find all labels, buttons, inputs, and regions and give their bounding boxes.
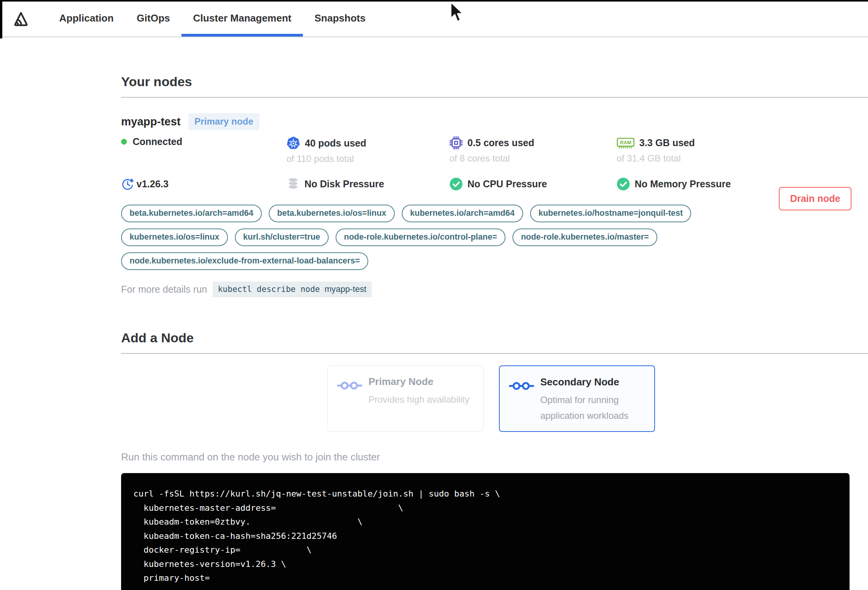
node-label-pill: kubernetes.io/os=linux [121, 228, 228, 246]
cpu-icon [449, 136, 463, 150]
memory-stat: RAM 3.3 GB used of 31.4 GB total [617, 136, 861, 164]
section-divider [121, 97, 868, 98]
node-link-icon [337, 380, 362, 422]
node-name: myapp-test [121, 115, 181, 128]
cores-stat: 0.5 cores used of 8 cores total [449, 136, 617, 164]
join-command-terminal: curl -fsSL https://kurl.sh/jq-new-test-u… [121, 473, 850, 590]
node-label-pill: kubernetes.io/arch=amd64 [402, 205, 523, 222]
database-icon [286, 177, 300, 191]
primary-node-badge: Primary node [188, 113, 259, 130]
node-details-hint: For more details run kubectl describe no… [121, 282, 861, 297]
main-content: Your nodes myapp-test Primary node Conne… [0, 74, 868, 590]
terminal-line: kubernetes-version=v1.26.3 \ [133, 557, 842, 572]
pods-total-label: of 110 pods total [286, 153, 449, 164]
cpu-pressure-label: No CPU Pressure [467, 178, 547, 190]
node-label-pill: node-role.kubernetes.io/control-plane= [336, 228, 506, 246]
section-divider [121, 353, 868, 354]
terminal-line: curl -fsSL https://kurl.sh/jq-new-test-u… [133, 487, 842, 501]
your-nodes-title: Your nodes [121, 74, 861, 89]
primary-node-option[interactable]: Primary Node Provides high availability [328, 365, 484, 432]
pods-stat: 40 pods used of 110 pods total [286, 136, 449, 164]
cluster-management-page: Application GitOps Cluster Management Sn… [0, 0, 868, 590]
node-status-label: Connected [133, 136, 182, 147]
disk-pressure-label: No Disk Pressure [304, 178, 384, 190]
cpu-pressure-condition: No CPU Pressure [449, 177, 617, 191]
node-label-pill: node.kubernetes.io/exclude-from-external… [121, 252, 368, 270]
add-node-title: Add a Node [121, 330, 861, 345]
node-version-label: v1.26.3 [136, 178, 168, 190]
version-history-icon [121, 177, 135, 191]
ram-icon: RAM [617, 136, 635, 150]
memory-used-label: 3.3 GB used [639, 137, 695, 148]
node-label-pill: beta.kubernetes.io/os=linux [269, 205, 395, 222]
primary-node-option-desc: Provides high availability [369, 392, 470, 407]
details-hint-text: For more details run [121, 284, 207, 295]
top-nav: Application GitOps Cluster Management Sn… [0, 0, 868, 37]
kubectl-command-text: kubectl describe node [218, 285, 320, 294]
terminal-line: kubeadm-token-ca-hash=sha256:221d25746 [133, 529, 842, 543]
cores-total-label: of 8 cores total [449, 153, 617, 164]
node-version: v1.26.3 [121, 177, 286, 191]
cores-used-label: 0.5 cores used [467, 137, 534, 148]
node-label-pill: kurl.sh/cluster=true [235, 228, 329, 246]
node-label-pill: node-role.kubernetes.io/master= [512, 228, 657, 246]
node-labels-row: beta.kubernetes.io/arch=amd64 beta.kuber… [121, 205, 861, 270]
kubernetes-icon [286, 136, 300, 150]
tab-snapshots[interactable]: Snapshots [303, 0, 377, 37]
node-status: Connected [121, 136, 286, 147]
node-type-options: Primary Node Provides high availability … [121, 365, 861, 432]
drain-node-button[interactable]: Drain node [779, 187, 851, 210]
terminal-line: docker-registry-ip= \ [133, 543, 842, 557]
tab-cluster-management[interactable]: Cluster Management [181, 0, 303, 37]
node-label-pill: beta.kubernetes.io/arch=amd64 [121, 205, 262, 222]
replicated-logo-icon[interactable] [12, 9, 30, 28]
screenshot-left-edge [0, 0, 2, 38]
kubectl-command-chip: kubectl describe node myapp-test [213, 282, 372, 297]
check-circle-icon [449, 177, 463, 191]
memory-pressure-label: No Memory Pressure [635, 178, 731, 190]
screenshot-top-edge [0, 0, 868, 2]
node-stats-row-1: Connected [121, 136, 861, 164]
secondary-node-option[interactable]: Secondary Node Optimal for running appli… [499, 365, 655, 432]
connected-dot-icon [121, 139, 127, 145]
kubectl-node-name: myapp-test [324, 284, 366, 294]
node-header-row: myapp-test Primary node [121, 113, 861, 130]
nav-tabs: Application GitOps Cluster Management Sn… [48, 0, 377, 37]
memory-total-label: of 31.4 GB total [617, 153, 861, 164]
svg-text:RAM: RAM [620, 140, 631, 145]
node-labels: beta.kubernetes.io/arch=amd64 beta.kuber… [121, 205, 775, 270]
tab-gitops[interactable]: GitOps [125, 0, 182, 37]
check-circle-icon [617, 177, 630, 191]
tab-application[interactable]: Application [48, 0, 125, 37]
secondary-node-option-desc: Optimal for running application workload… [540, 392, 645, 424]
node-link-icon [509, 381, 534, 421]
terminal-line: kubernetes-master-address= \ [133, 501, 842, 515]
secondary-node-option-title: Secondary Node [540, 376, 645, 388]
primary-node-option-title: Primary Node [369, 376, 470, 388]
pods-used-label: 40 pods used [305, 138, 366, 149]
join-command-instruction: Run this command on the node you wish to… [121, 451, 861, 463]
node-stats-row-2: v1.26.3 No Disk Pressure [121, 177, 861, 191]
terminal-line: primary-host= [133, 571, 842, 585]
terminal-line: kubeadm-token=0ztbvy. \ [133, 515, 842, 529]
disk-pressure-condition: No Disk Pressure [286, 177, 449, 191]
node-label-pill: kubernetes.io/hostname=jonquil-test [530, 205, 692, 222]
